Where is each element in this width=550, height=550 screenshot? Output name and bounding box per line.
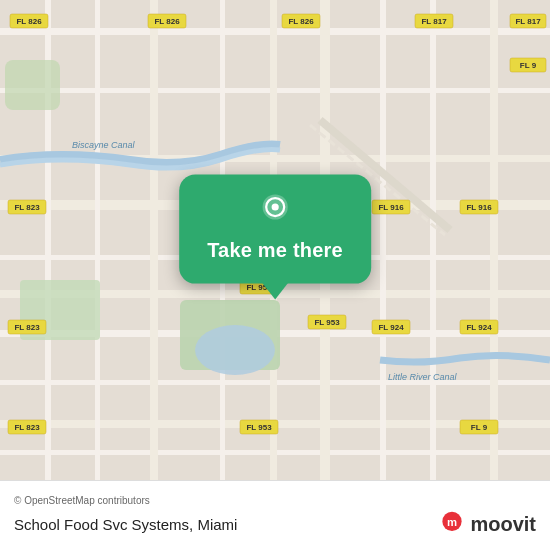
svg-text:FL 817: FL 817: [421, 17, 447, 26]
svg-rect-18: [430, 0, 436, 480]
svg-text:FL 826: FL 826: [288, 17, 314, 26]
svg-text:FL 953: FL 953: [246, 423, 272, 432]
svg-text:FL 823: FL 823: [14, 423, 40, 432]
svg-rect-12: [95, 0, 100, 480]
svg-rect-19: [490, 0, 498, 480]
svg-text:FL 9: FL 9: [520, 61, 537, 70]
bottom-bar: © OpenStreetMap contributors School Food…: [0, 480, 550, 550]
location-popup: Take me there: [179, 175, 371, 284]
svg-text:FL 924: FL 924: [466, 323, 492, 332]
svg-text:FL 826: FL 826: [154, 17, 180, 26]
location-pin-icon: [257, 193, 293, 229]
moovit-logo: m moovit: [438, 510, 536, 538]
svg-text:FL 817: FL 817: [515, 17, 541, 26]
map-attribution: © OpenStreetMap contributors: [14, 495, 536, 506]
svg-point-64: [271, 203, 278, 210]
moovit-brand-text: moovit: [470, 513, 536, 536]
svg-text:Biscayne Canal: Biscayne Canal: [72, 140, 136, 150]
svg-text:FL 9: FL 9: [471, 423, 488, 432]
svg-text:FL 916: FL 916: [466, 203, 492, 212]
svg-text:FL 826: FL 826: [16, 17, 42, 26]
svg-text:m: m: [447, 516, 457, 528]
svg-text:FL 924: FL 924: [378, 323, 404, 332]
svg-text:Little River Canal: Little River Canal: [388, 372, 458, 382]
svg-text:FL 953: FL 953: [314, 318, 340, 327]
svg-rect-17: [380, 0, 386, 480]
take-me-there-button[interactable]: Take me there: [207, 239, 343, 262]
svg-text:FL 823: FL 823: [14, 203, 40, 212]
svg-text:FL 916: FL 916: [378, 203, 404, 212]
location-name: School Food Svc Systems, Miami: [14, 516, 237, 533]
location-info-row: School Food Svc Systems, Miami m moovit: [14, 510, 536, 538]
popup-bubble: Take me there: [179, 175, 371, 284]
svg-point-25: [195, 325, 275, 375]
svg-rect-13: [150, 0, 158, 480]
moovit-m-icon: m: [438, 510, 466, 538]
map-view: FL 826 FL 826 FL 826 FL 817 FL 817 FL 9 …: [0, 0, 550, 480]
svg-rect-24: [5, 60, 60, 110]
svg-text:FL 823: FL 823: [14, 323, 40, 332]
